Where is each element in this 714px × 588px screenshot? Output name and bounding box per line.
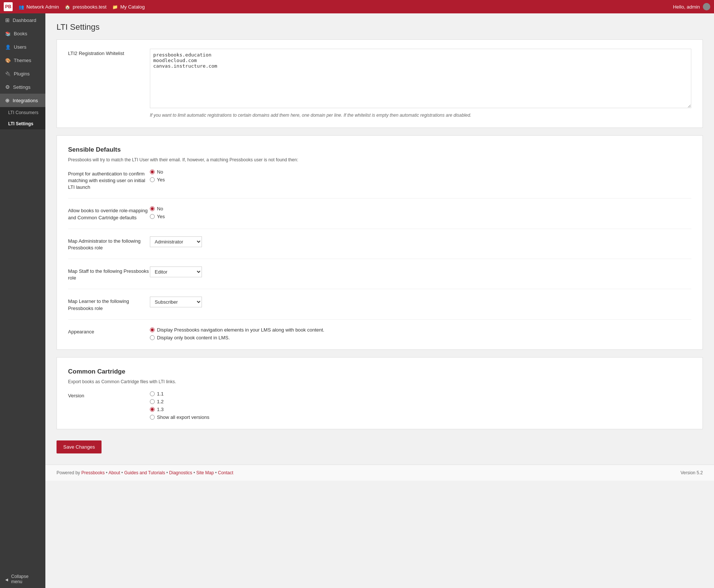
sidebar-item-integrations[interactable]: Integrations <box>0 94 45 107</box>
appearance-row: Appearance Display Pressbooks navigation… <box>68 327 691 340</box>
footer-sep-2: • <box>121 470 124 475</box>
whitelist-section: LTI2 Registration Whitelist pressbooks.e… <box>57 39 703 128</box>
appearance-radio-group: Display Pressbooks navigation elements i… <box>150 327 691 340</box>
footer-diagnostics-link[interactable]: Diagnostics <box>169 470 192 475</box>
appearance-field: Display Pressbooks navigation elements i… <box>150 327 691 340</box>
pb-logo: PB <box>4 2 13 11</box>
prompt-auth-yes-label: Yes <box>157 177 165 182</box>
avatar[interactable] <box>703 3 710 10</box>
sidebar-sub-lti-consumers[interactable]: LTI Consumers <box>0 107 45 118</box>
version-1-3-label: 1.3 <box>157 407 164 412</box>
topbar-left: PB Network Admin pressbooks.test My Cata… <box>4 2 145 11</box>
sidebar-sub-menu: LTI Consumers LTI Settings <box>0 107 45 129</box>
footer-sep-5: • <box>215 470 218 475</box>
users-icon <box>5 44 11 50</box>
sidebar-label-users: Users <box>14 44 26 50</box>
collapse-icon <box>5 576 8 582</box>
version-1-1[interactable]: 1.1 <box>150 391 691 397</box>
appearance-nav-label: Display Pressbooks navigation elements i… <box>157 327 324 333</box>
footer: Powered by Pressbooks • About • Guides a… <box>45 465 714 481</box>
sidebar-item-themes[interactable]: Themes <box>0 54 45 67</box>
appearance-only-input[interactable] <box>150 335 155 340</box>
topbar-site[interactable]: pressbooks.test <box>65 4 106 10</box>
plugins-icon <box>5 71 11 77</box>
map-learner-select[interactable]: Administrator Editor Author Subscriber <box>150 297 202 307</box>
sensible-defaults-title: Sensible Defaults <box>68 146 691 154</box>
map-admin-select[interactable]: Administrator Editor Author Subscriber <box>150 236 202 247</box>
allow-override-yes[interactable]: Yes <box>150 214 691 219</box>
sidebar-item-settings[interactable]: Settings <box>0 80 45 94</box>
version-1-3[interactable]: 1.3 <box>150 407 691 412</box>
themes-icon <box>5 57 11 63</box>
version-1-3-input[interactable] <box>150 407 155 412</box>
main-content: LTI Settings LTI2 Registration Whitelist… <box>45 13 714 588</box>
sidebar-item-dashboard[interactable]: Dashboard <box>0 13 45 27</box>
footer-sep-1: • <box>106 470 109 475</box>
allow-override-yes-input[interactable] <box>150 214 155 219</box>
sidebar-item-users[interactable]: Users <box>0 40 45 54</box>
network-icon <box>19 4 24 10</box>
version-1-2[interactable]: 1.2 <box>150 399 691 404</box>
sidebar-label-integrations: Integrations <box>13 98 38 103</box>
dashboard-icon <box>5 17 10 23</box>
version-1-1-input[interactable] <box>150 391 155 396</box>
sensible-defaults-desc: Pressbooks will try to match the LTI Use… <box>68 156 691 163</box>
save-changes-button[interactable]: Save Changes <box>57 440 102 453</box>
allow-override-row: Allow books to override role-mapping and… <box>68 206 691 229</box>
allow-override-label: Allow books to override role-mapping and… <box>68 206 150 221</box>
greeting-text: Hello, admin <box>673 4 700 10</box>
sidebar-item-books[interactable]: Books <box>0 27 45 40</box>
prompt-auth-yes-input[interactable] <box>150 177 155 182</box>
sidebar-label-settings: Settings <box>13 84 30 90</box>
prompt-auth-no[interactable]: No <box>150 169 691 175</box>
version-field: 1.1 1.2 1.3 Show all export version <box>150 391 691 420</box>
footer-sep-4: • <box>193 470 196 475</box>
sidebar-sub-lti-settings[interactable]: LTI Settings <box>0 118 45 129</box>
collapse-menu-item[interactable]: Collapse menu <box>0 570 45 588</box>
version-1-2-input[interactable] <box>150 399 155 404</box>
home-icon <box>65 4 70 10</box>
map-learner-row: Map Learner to the following Pressbooks … <box>68 297 691 319</box>
appearance-display-only[interactable]: Display only book content in LMS. <box>150 335 691 340</box>
prompt-auth-yes[interactable]: Yes <box>150 177 691 182</box>
settings-icon <box>5 84 10 90</box>
appearance-display-nav[interactable]: Display Pressbooks navigation elements i… <box>150 327 691 333</box>
sidebar-label-dashboard: Dashboard <box>13 17 36 23</box>
whitelist-textarea[interactable]: pressbooks.education moodlecloud.com can… <box>150 49 691 108</box>
folder-icon <box>112 4 118 10</box>
footer-sitemap-link[interactable]: Site Map <box>196 470 214 475</box>
version-show-all[interactable]: Show all export versions <box>150 414 691 420</box>
map-staff-select[interactable]: Administrator Editor Author Subscriber <box>150 266 202 277</box>
topbar: PB Network Admin pressbooks.test My Cata… <box>0 0 714 13</box>
map-staff-row: Map Staff to the following Pressbooks ro… <box>68 266 691 289</box>
appearance-only-label: Display only book content in LMS. <box>157 335 230 340</box>
sidebar-label-themes: Themes <box>14 58 31 63</box>
topbar-network-admin[interactable]: Network Admin <box>19 4 59 10</box>
footer-about-link[interactable]: About <box>109 470 120 475</box>
prompt-auth-label: Prompt for authentication to confirm mat… <box>68 169 150 191</box>
sidebar-label-plugins: Plugins <box>14 71 30 77</box>
sidebar: Dashboard Books Users Themes Plugins Set… <box>0 13 45 588</box>
sensible-defaults-section: Sensible Defaults Pressbooks will try to… <box>57 135 703 350</box>
footer-pressbooks-link[interactable]: Pressbooks <box>81 470 105 475</box>
prompt-auth-radio-group: No Yes <box>150 169 691 182</box>
topbar-catalog[interactable]: My Catalog <box>112 4 145 10</box>
version-show-all-input[interactable] <box>150 415 155 420</box>
appearance-nav-input[interactable] <box>150 327 155 332</box>
sidebar-item-plugins[interactable]: Plugins <box>0 67 45 80</box>
map-staff-label: Map Staff to the following Pressbooks ro… <box>68 266 150 281</box>
allow-override-no[interactable]: No <box>150 206 691 211</box>
version-label: Version <box>68 391 150 399</box>
map-staff-field: Administrator Editor Author Subscriber <box>150 266 691 277</box>
version-radio-group: 1.1 1.2 1.3 Show all export version <box>150 391 691 420</box>
allow-override-no-input[interactable] <box>150 206 155 211</box>
map-admin-label: Map Administrator to the following Press… <box>68 236 150 251</box>
prompt-auth-no-input[interactable] <box>150 169 155 174</box>
footer-version: Version 5.2 <box>681 470 703 475</box>
allow-override-yes-label: Yes <box>157 214 165 219</box>
footer-contact-link[interactable]: Contact <box>218 470 233 475</box>
topbar-right: Hello, admin <box>673 3 710 10</box>
common-cartridge-desc: Export books as Common Cartridge files w… <box>68 378 691 385</box>
allow-override-radio-group: No Yes <box>150 206 691 219</box>
footer-guides-link[interactable]: Guides and Tutorials <box>124 470 165 475</box>
